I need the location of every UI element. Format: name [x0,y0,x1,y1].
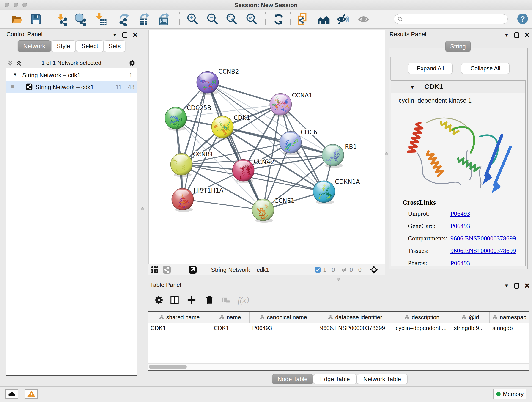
node-CCNB2[interactable] [196,71,219,96]
table-cell[interactable]: CDK1 [211,323,249,333]
vertical-splitter-handle[interactable] [385,153,388,155]
function-builder-icon-disabled[interactable]: f(x) [238,295,249,305]
clear-table-icon-disabled[interactable] [221,296,230,304]
collapse-all-button[interactable]: Collapse All [461,63,510,74]
node-CDC25B[interactable] [165,107,187,132]
protein-section-header[interactable]: ▼ CDK1 [391,81,525,93]
panel-float-icon[interactable] [514,32,519,38]
tab-network[interactable]: Network [18,40,51,52]
node-CDK1[interactable] [211,116,234,141]
collapse-triangle-icon[interactable]: ▼ [410,84,415,90]
table-settings-gear-icon[interactable] [154,295,164,305]
scrollbar-thumb[interactable] [149,365,187,369]
import-network-button[interactable] [56,13,68,26]
network-view-icon-disabled[interactable] [163,266,171,274]
tab-network-table[interactable]: Network Table [357,374,408,384]
home-network-button[interactable] [317,13,330,26]
panel-menu-icon[interactable]: ▼ [112,32,117,38]
show-all-button[interactable] [357,13,370,26]
tab-sets[interactable]: Sets [104,40,125,52]
export-network-icon [118,13,131,26]
expand-all-button[interactable]: Expand All [408,63,453,74]
cloud-status-button[interactable] [5,389,18,399]
zoom-selected-button[interactable] [245,13,258,26]
export-image-button[interactable] [158,13,171,26]
refresh-button[interactable] [272,13,285,26]
save-session-button[interactable] [30,13,43,26]
node-count: 11 [115,84,122,91]
panel-close-icon[interactable]: ✕ [524,283,530,288]
table-cell[interactable]: stringdb [490,323,529,333]
zoom-fit-button[interactable] [225,13,238,26]
panel-float-icon[interactable] [122,32,127,38]
column-header-canonical-name[interactable]: canonical name [249,312,317,323]
column-header-namespac[interactable]: namespac [490,312,529,323]
export-network-button[interactable] [118,13,131,26]
navigator-crosshair-icon[interactable] [369,265,379,274]
delete-column-trash-icon[interactable] [205,295,214,305]
table-cell[interactable]: CDK1 [148,323,211,333]
edge-count: 48 [128,84,134,91]
node-RB1[interactable] [322,144,344,170]
node-CCNE1[interactable] [252,199,274,225]
add-column-icon[interactable] [187,295,196,305]
table-row[interactable]: CDK1CDK1P064939606.ENSP00000378699cyclin… [148,323,529,333]
memory-button[interactable]: Memory [493,389,526,400]
panel-float-icon[interactable] [514,283,519,288]
show-columns-icon[interactable] [170,295,179,305]
search-input[interactable] [394,14,508,24]
grid-view-icon[interactable] [151,266,159,274]
column-header-shared-name[interactable]: shared name [148,312,211,323]
hide-selected-button[interactable] [336,13,349,26]
column-header-description[interactable]: description [393,312,451,323]
selected-checkbox-icon[interactable] [315,267,321,273]
open-session-button[interactable] [10,13,23,26]
tab-edge-table[interactable]: Edge Table [313,374,357,384]
import-network-database-button[interactable] [74,13,87,26]
table-cell[interactable]: P06493 [249,323,317,333]
panel-menu-icon[interactable]: ▼ [504,283,509,289]
node-CDC6[interactable] [279,131,302,157]
tab-string[interactable]: String [445,41,471,52]
tab-node-table[interactable]: Node Table [272,374,313,384]
import-table-button[interactable] [94,13,107,26]
tree-row[interactable]: ▼String Network – cdk11 [6,69,137,81]
warning-status-button[interactable] [25,389,38,399]
help-button[interactable]: ? [517,13,528,24]
node-HIST1H1A[interactable] [172,188,194,212]
clone-network-button[interactable] [297,13,310,26]
crosslink-link[interactable]: P06493 [450,259,470,267]
tab-select[interactable]: Select [76,40,104,52]
node-CDKN1A[interactable] [313,181,335,204]
horizontal-splitter-handle[interactable] [337,278,340,281]
tree-row[interactable]: String Network – cdk11148 [6,81,137,93]
panel-close-icon[interactable]: ✕ [133,32,138,38]
column-header--id[interactable]: @id [451,312,490,323]
crosslink-link[interactable]: 9606.ENSP00000378699 [450,235,516,242]
crosslink-link[interactable]: P06493 [450,222,470,230]
table-horizontal-scrollbar[interactable] [148,364,529,370]
crosslink-link[interactable]: 9606.ENSP00000378699 [450,247,516,254]
open-in-window-icon[interactable] [189,266,197,274]
panel-menu-icon[interactable]: ▼ [504,32,509,38]
network-canvas[interactable]: CCNB2CCNA1CDC25BCDK1CDC6RB1CCNB1CCNA2CDK… [148,31,385,264]
export-table-button[interactable] [138,13,151,26]
gear-icon[interactable] [128,59,136,67]
node-CCNA1[interactable] [270,93,292,118]
column-header-database-identifier[interactable]: database identifier [317,312,393,323]
node-CCNA2[interactable] [232,159,254,184]
node-CCNB1[interactable] [171,153,192,177]
table-cell[interactable]: 9606.ENSP00000378699 [317,323,393,333]
expand-triangle-icon[interactable]: ▼ [13,72,17,77]
vertical-splitter-handle[interactable] [141,207,144,210]
network-graph[interactable]: CCNB2CCNA1CDC25BCDK1CDC6RB1CCNB1CCNA2CDK… [149,31,385,264]
separator [365,265,365,274]
table-cell[interactable]: cyclin–dependent ... [393,323,451,333]
table-cell[interactable]: stringdb:9... [451,323,490,333]
panel-close-icon[interactable]: ✕ [524,32,530,38]
crosslink-link[interactable]: P06493 [450,210,470,217]
zoom-in-button[interactable] [186,13,199,26]
zoom-out-button[interactable] [206,13,219,26]
tab-style[interactable]: Style [51,40,76,52]
column-header-name[interactable]: name [211,312,249,323]
